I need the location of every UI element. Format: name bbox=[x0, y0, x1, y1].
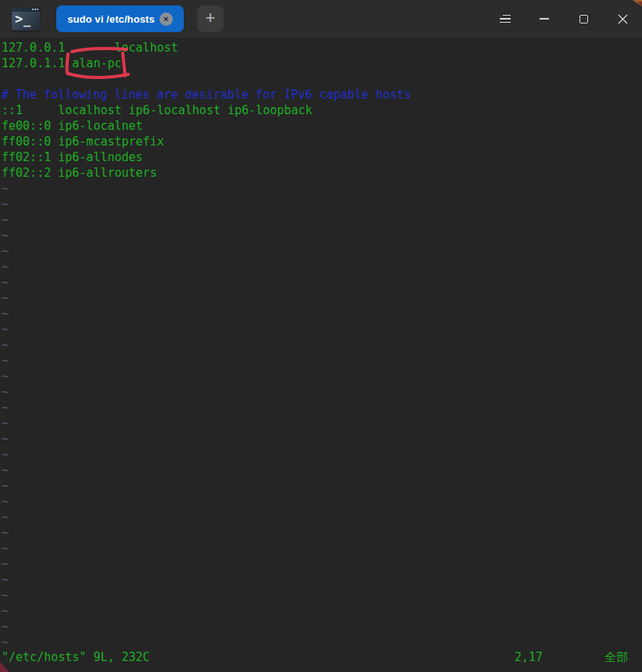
terminal-window: > _ sudo vi /etc/hosts × + bbox=[0, 0, 642, 672]
terminal-line: ff02::2 ip6-allrouters bbox=[2, 165, 642, 181]
vim-status-line: "/etc/hosts" 9L, 232C 2,17 全部 bbox=[0, 649, 642, 665]
tilde-line: ~ bbox=[2, 525, 642, 541]
tab-title: sudo vi /etc/hosts bbox=[67, 13, 155, 25]
terminal-line: 127.0.0.1 localhost bbox=[2, 40, 642, 56]
tilde-line: ~ bbox=[2, 306, 642, 322]
tab-active-sudo-vi-etc-hosts[interactable]: sudo vi /etc/hosts × bbox=[56, 5, 184, 32]
terminal-line: # The following lines are desirable for … bbox=[2, 87, 642, 102]
hamburger-menu-icon bbox=[500, 15, 511, 23]
tilde-line: ~ bbox=[2, 368, 642, 384]
tilde-line: ~ bbox=[2, 290, 642, 306]
icon-window-dots bbox=[32, 9, 38, 10]
prompt-underscore-icon: _ bbox=[23, 13, 30, 27]
prompt-chevron-icon: > bbox=[15, 10, 23, 27]
tilde-line: ~ bbox=[2, 494, 642, 509]
empty-buffer-lines: ~~~~~~~~~~~~~~~~~~~~~~~~~~~~~~ bbox=[2, 181, 642, 650]
tab-close-icon[interactable]: × bbox=[160, 13, 173, 26]
window-controls bbox=[486, 0, 642, 38]
tilde-line: ~ bbox=[2, 509, 642, 525]
tilde-line: ~ bbox=[2, 337, 642, 353]
terminal-line: ff00::0 ip6-mcastprefix bbox=[2, 134, 642, 149]
terminal-line: 127.0.1.1 alan-pc bbox=[2, 56, 642, 71]
tilde-line: ~ bbox=[2, 572, 642, 588]
terminal-screen[interactable]: 127.0.0.1 localhost127.0.1.1 alan-pc # T… bbox=[0, 38, 642, 672]
tilde-line: ~ bbox=[2, 556, 642, 572]
status-file-info: "/etc/hosts" 9L, 232C bbox=[2, 649, 150, 665]
tilde-line: ~ bbox=[2, 462, 642, 478]
tilde-line: ~ bbox=[2, 400, 642, 415]
tilde-line: ~ bbox=[2, 243, 642, 259]
close-button[interactable] bbox=[603, 0, 642, 38]
terminal-app-icon: > _ bbox=[12, 7, 40, 31]
terminal-line: fe00::0 ip6-localnet bbox=[2, 118, 642, 134]
terminal-line bbox=[2, 71, 642, 87]
tilde-line: ~ bbox=[2, 588, 642, 603]
tilde-line: ~ bbox=[2, 181, 642, 196]
tilde-line: ~ bbox=[2, 196, 642, 212]
tilde-line: ~ bbox=[2, 353, 642, 368]
status-scroll-indicator: 全部 bbox=[604, 649, 628, 665]
tilde-line: ~ bbox=[2, 619, 642, 634]
titlebar: > _ sudo vi /etc/hosts × + bbox=[0, 0, 642, 38]
tilde-line: ~ bbox=[2, 259, 642, 275]
tilde-line: ~ bbox=[2, 603, 642, 619]
tilde-line: ~ bbox=[2, 384, 642, 400]
status-cursor-position: 2,17 bbox=[515, 649, 543, 665]
tilde-line: ~ bbox=[2, 447, 642, 462]
close-icon bbox=[618, 14, 628, 24]
tilde-line: ~ bbox=[2, 322, 642, 337]
tilde-line: ~ bbox=[2, 431, 642, 447]
tilde-line: ~ bbox=[2, 541, 642, 556]
terminal-line: ::1 localhost ip6-localhost ip6-loopback bbox=[2, 102, 642, 118]
tilde-line: ~ bbox=[2, 275, 642, 290]
minimize-icon bbox=[540, 18, 549, 20]
tilde-line: ~ bbox=[2, 415, 642, 431]
maximize-button[interactable] bbox=[564, 0, 603, 38]
tilde-line: ~ bbox=[2, 228, 642, 243]
tilde-line: ~ bbox=[2, 634, 642, 650]
new-tab-button[interactable]: + bbox=[197, 5, 224, 32]
terminal-line: ff02::1 ip6-allnodes bbox=[2, 149, 642, 165]
maximize-icon bbox=[579, 15, 588, 23]
tilde-line: ~ bbox=[2, 212, 642, 228]
minimize-button[interactable] bbox=[525, 0, 564, 38]
menu-button[interactable] bbox=[486, 0, 525, 38]
file-content: 127.0.0.1 localhost127.0.1.1 alan-pc # T… bbox=[2, 40, 642, 181]
tilde-line: ~ bbox=[2, 478, 642, 494]
